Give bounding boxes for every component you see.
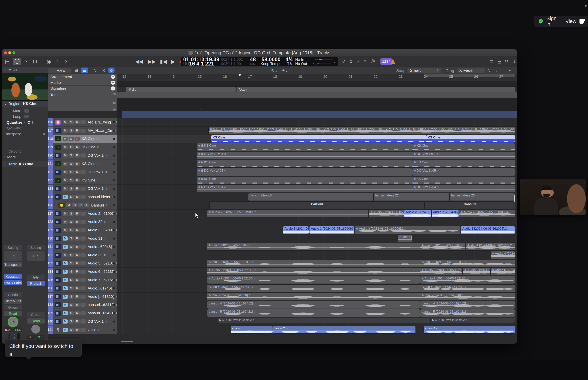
input-monitor-button[interactable]: I <box>80 236 86 241</box>
track-lane-125[interactable]: bansuri ideas.5 ○bansuri ideas.22 ○bansu… <box>117 193 517 201</box>
mute-button[interactable]: M <box>63 195 68 199</box>
track-header-126[interactable]: 126⌄MSRIBansuri⇕ <box>48 201 117 209</box>
track-lane-132[interactable]: Audio 4 [2024-06 <box>117 251 517 259</box>
note-pads-icon[interactable]: ▤ <box>496 58 503 65</box>
more-row[interactable]: ›More <box>2 154 48 160</box>
track-header-121[interactable]: 121♪MSRKS Cine⇕ <box>48 160 117 168</box>
output-button[interactable]: Stereo Out <box>4 299 22 304</box>
view-layout-icon[interactable] <box>580 19 584 24</box>
track-header-120[interactable]: 120MSRIDG Vox 1⇕ <box>48 152 117 160</box>
region[interactable]: Audio 6 [2024-06-05 162135] ○ <box>207 268 420 275</box>
track-name[interactable]: Audio 3...62008] <box>88 228 114 232</box>
track-header-128[interactable]: 128MSRIAudio 32⇕ <box>48 218 117 226</box>
region[interactable]: Audio 2 [2024-06-05 161903] ○ <box>207 210 369 217</box>
plugin-slot[interactable]: Pro-L 2 <box>27 281 45 286</box>
track-lane-130[interactable]: Audio 7 [2 <box>117 234 517 243</box>
region[interactable]: bansuri 5 [2024-06-05 162421] ○ <box>420 309 515 317</box>
volume-value[interactable]: 0.0 <box>4 327 11 332</box>
region[interactable]: KS Cine <box>412 143 515 151</box>
solo-button[interactable]: S <box>69 320 74 323</box>
record-enable-button[interactable]: R <box>75 170 80 174</box>
region[interactable]: Audio 3 [2024-06-05 162008].2 ○ <box>355 226 460 234</box>
region[interactable]: bansuri ideas.5 ○ <box>248 193 374 201</box>
snap-dropdown[interactable]: Smart⇕ <box>407 68 441 73</box>
region[interactable]: Audio 3 [2024-06-05 162008].6 ○ <box>309 226 354 234</box>
automation-mode-button[interactable]: Read <box>27 318 45 323</box>
track-name[interactable]: DG Vox 1 <box>88 319 104 324</box>
mute-button[interactable]: M <box>63 311 68 315</box>
track-lane-139[interactable]: bansuri 5 [2024-06-05 162421] ○bansuri 5… <box>117 309 517 317</box>
solo-button[interactable]: S <box>69 137 74 141</box>
sends-label[interactable]: Sends <box>4 292 22 297</box>
track-header-137[interactable]: 137MSRIAudio [...61820]⇕ <box>48 293 117 301</box>
track-header-141[interactable]: 141¶MSRIvoice⇕ <box>48 326 117 334</box>
solo-button[interactable]: S <box>69 236 74 241</box>
horizontal-zoom-icon[interactable]: ↔ <box>500 68 508 73</box>
signin-button[interactable]: Sign in <box>546 16 559 27</box>
track-name[interactable]: Audio 2...61903] <box>88 211 114 216</box>
region[interactable]: KS Cine <box>412 160 515 168</box>
track-header-136[interactable]: 136MSRIAudio...61746]⇕ <box>48 284 117 293</box>
mute-button[interactable]: M <box>63 261 68 265</box>
input-monitor-button[interactable]: I <box>80 212 86 216</box>
solo-button[interactable]: S <box>69 195 74 199</box>
region[interactable]: MA_HDD_String_Drone_One_Shot_DeepOcean_D… <box>398 127 460 134</box>
track-name[interactable]: KS Cine <box>82 162 95 166</box>
track-name[interactable]: KS Cine <box>82 137 95 141</box>
record-enable-button[interactable]: R <box>75 328 80 332</box>
track-header-140[interactable]: 140MSRIDG Vox 1⇕ <box>48 317 117 326</box>
track-header-139[interactable]: 139MSRIbansuri...62421]⇕ <box>48 309 117 317</box>
record-enable-button[interactable]: R <box>75 261 80 265</box>
track-name[interactable]: AR_BN...wing_G <box>88 120 114 125</box>
input-monitor-button[interactable]: I <box>80 170 86 174</box>
track-header-131[interactable]: 131MSRIAudio...62046]⇕ <box>48 243 117 251</box>
input-monitor-button[interactable]: I <box>80 295 86 299</box>
solo-button[interactable]: S <box>69 162 74 166</box>
mute-button[interactable]: M <box>63 220 68 224</box>
loop-checkbox[interactable] <box>24 115 29 118</box>
region[interactable]: DG Vox 1#05 ○ <box>197 168 412 176</box>
region[interactable]: voice ○ <box>230 326 273 334</box>
record-enable-button[interactable]: R <box>75 220 80 224</box>
quantize-row[interactable]: Quantize⇕Off⇕ <box>2 120 48 125</box>
tempo-track-header[interactable]: Tempo 80 60 40 <box>48 91 117 112</box>
track-lane-131[interactable]: Audio 4 [2024-06-05 162046] ○Audio 4 [20… <box>117 243 517 251</box>
window-titlebar[interactable]: 1m1 Opening DG p12.logicx - DG Orch Temp… <box>2 49 517 57</box>
tempo-curve[interactable] <box>122 111 517 118</box>
record-enable-button[interactable]: R <box>75 162 80 166</box>
setting-button[interactable]: Setting <box>27 245 45 250</box>
mute-button[interactable]: M <box>63 153 68 157</box>
input-monitor-button[interactable]: I <box>80 328 86 332</box>
record-enable-button[interactable]: R <box>75 320 80 323</box>
setting-button[interactable]: Setting <box>4 245 22 250</box>
input-monitor-button[interactable]: I <box>80 261 86 265</box>
library-icon[interactable]: ▤ <box>3 58 11 65</box>
region[interactable]: Audio 5 [2024-06-05 162105] ○ <box>420 260 515 267</box>
marker-dlg[interactable]: dlg <box>126 87 236 92</box>
region[interactable]: MA_HDD_String_Drone_One_Shot_DeepOce <box>460 127 515 134</box>
region[interactable]: MA_HDD_String_Drone_One_Shot_DeepOcean_D… <box>274 127 336 134</box>
solo-mode-icon[interactable]: Ⓢ <box>369 58 377 65</box>
record-enable-button[interactable]: R <box>75 295 80 299</box>
input-monitor-button[interactable]: I <box>80 129 86 133</box>
automation-icon[interactable]: ∿ <box>92 68 98 73</box>
track-name[interactable]: Audio 33 <box>88 253 102 257</box>
region[interactable]: DG Vox 1#04 ○ <box>412 185 515 192</box>
mute-button[interactable]: M <box>63 145 68 149</box>
playhead[interactable] <box>240 74 240 334</box>
region[interactable]: ▶ A ✂ DG Vox 1: Comp A ○ <box>431 318 515 323</box>
track-lane-117[interactable]: MA_HDD_String_Drone_One_Shot_DeepOcean_D… <box>117 127 517 135</box>
mute-button[interactable]: M <box>63 253 68 257</box>
secondary-tool[interactable]: +⌄ <box>281 68 290 73</box>
solo-button[interactable]: S <box>69 129 74 133</box>
marker-track-header[interactable]: Marker+ <box>48 80 117 86</box>
track-name[interactable]: Audio 6...62135] <box>88 269 114 274</box>
track-lane-133[interactable]: Audio 5 [2024-06-05 162105] ○Audio 5 [20… <box>117 259 517 268</box>
region[interactable]: Audio 4 [2024-06-05 162046] ○ <box>420 243 465 250</box>
record-enable-button[interactable]: R <box>75 228 80 232</box>
track-header-117[interactable]: 117MSRIMA_H...an_Dm⇕ <box>48 127 117 135</box>
region[interactable]: Audio 5 [2024-06-05 162105] ○ <box>207 260 420 267</box>
mute-button[interactable]: M <box>63 187 68 191</box>
region[interactable]: Audio 8 [2024-06-05 161746] ○ <box>420 285 515 292</box>
track-name[interactable]: Audio 31 <box>88 236 102 241</box>
